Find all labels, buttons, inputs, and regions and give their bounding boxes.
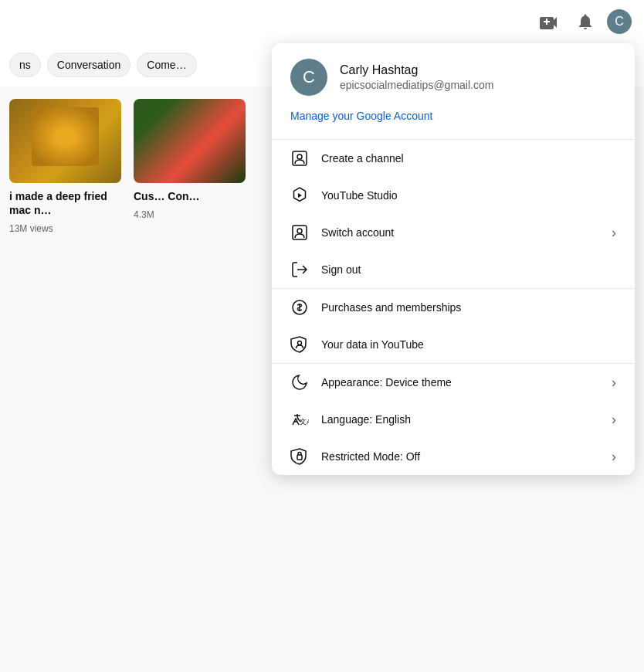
menu-item-create-channel[interactable]: Create a channel: [272, 140, 635, 177]
user-avatar-button[interactable]: C: [607, 9, 632, 34]
video-views-2: 4.3M: [134, 209, 246, 220]
video-thumb-1: [9, 99, 121, 183]
chip-conversation[interactable]: Conversation: [47, 53, 131, 77]
video-views-1: 13M views: [9, 223, 121, 234]
youtube-studio-label: YouTube Studio: [321, 189, 616, 202]
appearance-label: Appearance: Device theme: [321, 376, 599, 389]
svg-rect-9: [297, 455, 302, 460]
topbar: C: [0, 0, 644, 43]
moon-icon: [290, 373, 309, 392]
thumb-mac-image: [9, 99, 121, 183]
shield-person-icon: [290, 335, 309, 354]
profile-name: Carly Hashtag: [340, 63, 493, 77]
svg-text:文A: 文A: [300, 418, 309, 426]
restricted-label: Restricted Mode: Off: [321, 450, 599, 463]
restricted-chevron-icon: ›: [612, 449, 616, 465]
user-dropdown: C Carly Hashtag epicsocialmediatips@gmai…: [272, 43, 635, 475]
person-plus-icon: [290, 149, 309, 168]
svg-point-4: [297, 229, 302, 233]
language-chevron-icon: ›: [612, 412, 616, 428]
your-data-label: Your data in YouTube: [321, 338, 616, 351]
chip-comedy[interactable]: Come…: [137, 53, 196, 77]
dollar-icon: [290, 298, 309, 317]
sign-out-label: Sign out: [321, 263, 616, 276]
video-card-2[interactable]: Cus… Con… 4.3M: [134, 99, 246, 234]
menu-item-purchases[interactable]: Purchases and memberships: [272, 289, 635, 326]
videos-grid: i made a deep fried mac n… 13M views Cus…: [0, 87, 255, 246]
menu-item-switch-account[interactable]: Switch account ›: [272, 214, 635, 251]
menu-item-language[interactable]: 文A Language: English ›: [272, 401, 635, 438]
appearance-chevron-icon: ›: [612, 375, 616, 391]
profile-section: C Carly Hashtag epicsocialmediatips@gmai…: [272, 43, 635, 139]
menu-item-sign-out[interactable]: Sign out: [272, 251, 635, 288]
switch-account-label: Switch account: [321, 226, 599, 239]
video-title-1: i made a deep fried mac n…: [9, 189, 121, 217]
menu-item-your-data[interactable]: Your data in YouTube: [272, 326, 635, 363]
purchases-label: Purchases and memberships: [321, 301, 616, 314]
profile-row: C Carly Hashtag epicsocialmediatips@gmai…: [290, 59, 616, 96]
chip-ns[interactable]: ns: [9, 53, 41, 77]
sign-out-icon: [290, 260, 309, 279]
manage-google-account-link[interactable]: Manage your Google Account: [290, 105, 616, 127]
video-thumb-2: [134, 99, 246, 183]
notifications-button[interactable]: [570, 6, 601, 37]
language-label: Language: English: [321, 413, 599, 426]
video-card-1[interactable]: i made a deep fried mac n… 13M views: [9, 99, 121, 234]
translate-icon: 文A: [290, 410, 309, 429]
menu-item-youtube-studio[interactable]: YouTube Studio: [272, 177, 635, 214]
person-switch-icon: [290, 223, 309, 242]
svg-point-7: [298, 341, 302, 345]
create-video-button[interactable]: [533, 6, 564, 37]
video-title-2: Cus… Con…: [134, 189, 246, 203]
play-badge-icon: [290, 186, 309, 205]
profile-email: epicsocialmediatips@gmail.com: [340, 79, 493, 91]
menu-item-restricted[interactable]: Restricted Mode: Off ›: [272, 438, 635, 475]
thumb-other-image: [134, 99, 246, 183]
svg-point-1: [297, 154, 302, 159]
create-channel-label: Create a channel: [321, 152, 616, 165]
switch-account-chevron-icon: ›: [612, 225, 616, 241]
profile-info: Carly Hashtag epicsocialmediatips@gmail.…: [340, 63, 493, 91]
profile-avatar: C: [290, 59, 327, 96]
menu-item-appearance[interactable]: Appearance: Device theme ›: [272, 364, 635, 401]
shield-lock-icon: [290, 447, 309, 466]
svg-marker-2: [298, 193, 302, 198]
